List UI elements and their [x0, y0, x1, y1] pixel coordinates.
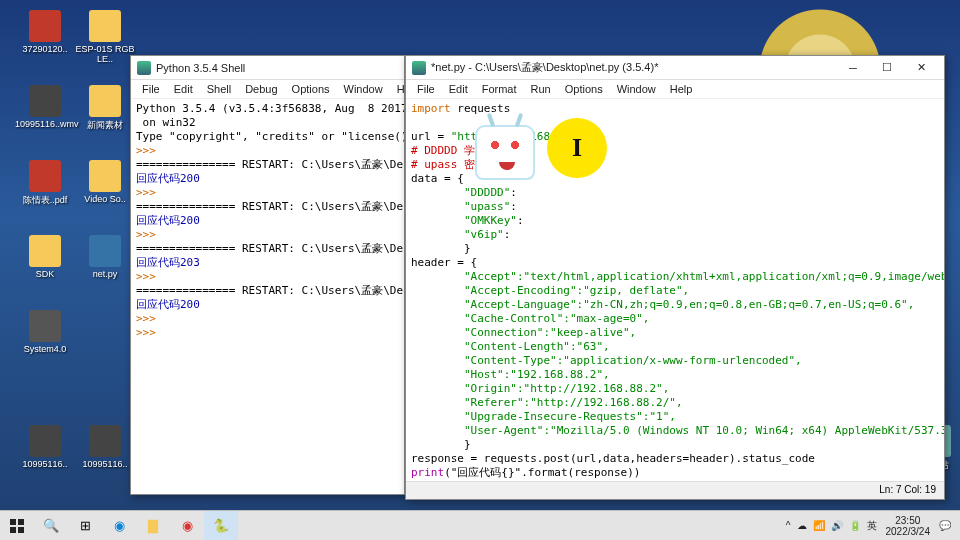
close-button[interactable]: ✕ [904, 57, 938, 79]
onedrive-icon[interactable]: ☁ [797, 520, 807, 531]
file-icon [29, 235, 61, 267]
taskbar[interactable]: 🔍 ⊞ ◉ ▇ ◉ 🐍 ^ ☁ 📶 🔊 🔋 英 23:50 2022/3/24 … [0, 510, 960, 540]
desktop-icon[interactable]: Video So.. [75, 160, 135, 204]
python-icon [412, 61, 426, 75]
notifications-icon[interactable]: 💬 [939, 520, 951, 531]
maximize-button[interactable]: ☐ [870, 57, 904, 79]
search-button[interactable]: 🔍 [34, 511, 68, 541]
file-icon [89, 235, 121, 267]
desktop-icon[interactable]: 新闻素材 [75, 85, 135, 132]
desktop-icon[interactable]: 37290120.. [15, 10, 75, 54]
cartoon-face-overlay [475, 125, 535, 180]
edge-icon[interactable]: ◉ [102, 511, 136, 541]
task-view-button[interactable]: ⊞ [68, 511, 102, 541]
system-tray[interactable]: ^ ☁ 📶 🔊 🔋 英 23:50 2022/3/24 💬 [777, 511, 960, 541]
icon-label: SDK [15, 269, 75, 279]
wifi-icon[interactable]: 📶 [813, 520, 825, 531]
volume-icon[interactable]: 🔊 [831, 520, 843, 531]
shell-title: Python 3.5.4 Shell [156, 62, 398, 74]
desktop-icon[interactable]: 10995116.. [75, 425, 135, 469]
file-icon [29, 10, 61, 42]
menu-options[interactable]: Options [285, 81, 337, 97]
icon-label: Video So.. [75, 194, 135, 204]
minimize-button[interactable]: ─ [836, 57, 870, 79]
icon-label: System4.0 [15, 344, 75, 354]
desktop-icon[interactable]: 10995116.. [15, 425, 75, 469]
desktop-icon[interactable]: ESP-01S RGB LE.. [75, 10, 135, 64]
taskbar-clock[interactable]: 23:50 2022/3/24 [886, 515, 931, 537]
file-icon [29, 425, 61, 457]
file-icon [89, 425, 121, 457]
file-icon [89, 10, 121, 42]
svg-rect-1 [18, 519, 24, 525]
icon-label: 10995116.. [15, 459, 75, 469]
icon-label: net.py [75, 269, 135, 279]
editor-titlebar[interactable]: *net.py - C:\Users\孟豪\Desktop\net.py (3.… [406, 56, 944, 80]
desktop-icon[interactable]: System4.0 [15, 310, 75, 354]
python-taskbar-icon[interactable]: 🐍 [204, 511, 238, 541]
svg-rect-0 [10, 519, 16, 525]
python-shell-window[interactable]: Python 3.5.4 Shell File Edit Shell Debug… [130, 55, 405, 495]
explorer-icon[interactable]: ▇ [136, 511, 170, 541]
annotation-marker: I [547, 118, 607, 178]
editor-statusbar: Ln: 7 Col: 19 [406, 481, 944, 499]
menu-window[interactable]: Window [610, 81, 663, 97]
desktop-icon[interactable]: net.py [75, 235, 135, 279]
icon-label: 陈情表..pdf [15, 194, 75, 207]
shell-output[interactable]: Python 3.5.4 (v3.5.4:3f56838, Aug 8 2017… [131, 99, 404, 343]
menu-shell[interactable]: Shell [200, 81, 238, 97]
idle-editor-window[interactable]: *net.py - C:\Users\孟豪\Desktop\net.py (3.… [405, 55, 945, 500]
desktop-icon[interactable]: 10995116..wmv [15, 85, 75, 129]
svg-rect-2 [10, 527, 16, 533]
python-icon [137, 61, 151, 75]
menu-run[interactable]: Run [524, 81, 558, 97]
menu-options[interactable]: Options [558, 81, 610, 97]
icon-label: 新闻素材 [75, 119, 135, 132]
menu-help[interactable]: Help [663, 81, 700, 97]
menu-file[interactable]: File [410, 81, 442, 97]
menu-file[interactable]: File [135, 81, 167, 97]
file-icon [29, 160, 61, 192]
ime-indicator[interactable]: 英 [867, 519, 877, 533]
file-icon [89, 85, 121, 117]
shell-menubar[interactable]: File Edit Shell Debug Options Window Hel… [131, 80, 404, 99]
shell-titlebar[interactable]: Python 3.5.4 Shell [131, 56, 404, 80]
tray-chevron-icon[interactable]: ^ [786, 520, 791, 531]
menu-edit[interactable]: Edit [167, 81, 200, 97]
icon-label: 37290120.. [15, 44, 75, 54]
menu-format[interactable]: Format [475, 81, 524, 97]
desktop-icon[interactable]: SDK [15, 235, 75, 279]
file-icon [89, 160, 121, 192]
icon-label: 10995116..wmv [15, 119, 75, 129]
icon-label: ESP-01S RGB LE.. [75, 44, 135, 64]
netease-icon[interactable]: ◉ [170, 511, 204, 541]
menu-window[interactable]: Window [337, 81, 390, 97]
file-icon [29, 310, 61, 342]
desktop-icon[interactable]: 陈情表..pdf [15, 160, 75, 207]
file-icon [29, 85, 61, 117]
battery-icon[interactable]: 🔋 [849, 520, 861, 531]
menu-debug[interactable]: Debug [238, 81, 284, 97]
editor-menubar[interactable]: File Edit Format Run Options Window Help [406, 80, 944, 99]
start-button[interactable] [0, 511, 34, 541]
icon-label: 10995116.. [75, 459, 135, 469]
menu-edit[interactable]: Edit [442, 81, 475, 97]
editor-title: *net.py - C:\Users\孟豪\Desktop\net.py (3.… [431, 60, 836, 75]
svg-rect-3 [18, 527, 24, 533]
